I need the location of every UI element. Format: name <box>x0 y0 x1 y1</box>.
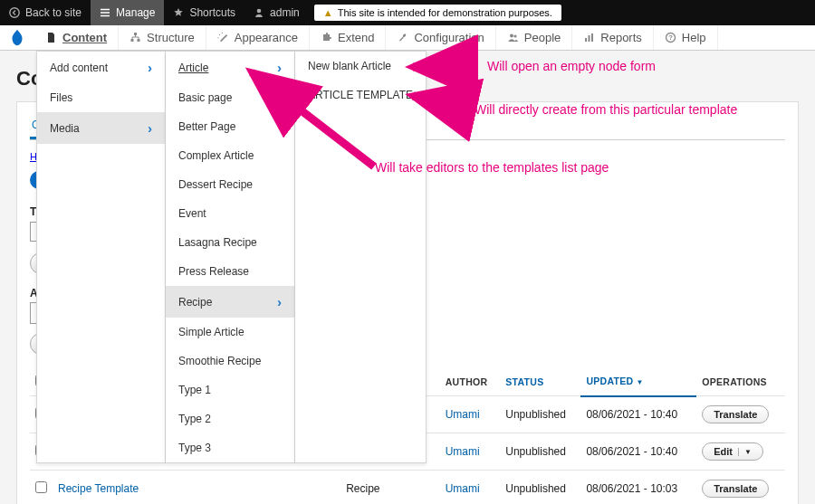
row-status: Unpublished <box>500 396 580 433</box>
row-op-button[interactable]: Translate <box>702 480 769 498</box>
type-type1[interactable]: Type 1 <box>166 376 294 404</box>
svg-point-6 <box>513 34 516 37</box>
banner-text: This site is intended for demonstration … <box>338 7 552 18</box>
puzzle-icon <box>321 32 332 43</box>
sort-desc-icon: ▼ <box>636 378 643 386</box>
row-author-link[interactable]: Umami <box>446 482 480 495</box>
menu-content[interactable]: Content <box>34 25 119 50</box>
type-event[interactable]: Event <box>166 199 294 228</box>
admin-menu: Content Structure Appearance Extend Conf… <box>0 25 815 51</box>
menu-appearance[interactable]: Appearance <box>206 25 310 50</box>
file-icon <box>45 32 57 43</box>
back-label: Back to site <box>25 6 82 19</box>
media-row[interactable]: Media <box>37 112 165 144</box>
menu-configuration-label: Configuration <box>414 31 484 44</box>
menu-extend[interactable]: Extend <box>310 25 386 50</box>
demo-banner: ▲ This site is intended for demonstratio… <box>314 5 561 21</box>
annotation-text-2: Will directly create from this particula… <box>475 101 737 119</box>
svg-rect-8 <box>589 35 590 42</box>
menu-structure-label: Structure <box>147 31 195 44</box>
menu-extend-label: Extend <box>338 31 374 44</box>
wand-icon <box>217 32 229 43</box>
row-author-link[interactable]: Umami <box>446 445 480 458</box>
menu-appearance-label: Appearance <box>235 31 298 44</box>
row-updated: 08/06/2021 - 10:40 <box>580 396 696 433</box>
shortcuts[interactable]: Shortcuts <box>164 0 244 25</box>
svg-rect-2 <box>134 33 137 35</box>
row-type: Recipe <box>340 471 440 505</box>
shortcuts-label: Shortcuts <box>189 6 235 19</box>
hamburger-icon <box>100 7 110 18</box>
svg-point-0 <box>10 8 19 17</box>
structure-icon <box>129 32 141 43</box>
row-op-button[interactable]: Edit▼ <box>702 442 763 461</box>
drupal-logo[interactable] <box>7 28 27 51</box>
manage-label: Manage <box>116 6 155 19</box>
menu-reports-label: Reports <box>600 31 642 44</box>
menu-people-label: People <box>524 31 561 44</box>
type-smoothie-recipe[interactable]: Smoothie Recipe <box>166 347 294 376</box>
manage-toggle[interactable]: Manage <box>91 0 164 25</box>
menu-structure[interactable]: Structure <box>119 25 206 50</box>
menu-reports[interactable]: Reports <box>572 25 654 50</box>
svg-rect-4 <box>138 39 140 42</box>
row-status: Unpublished <box>500 471 580 505</box>
row-op-button[interactable]: Translate <box>702 405 769 423</box>
svg-rect-3 <box>131 39 134 42</box>
table-row: Recipe Template Recipe Umami Unpublished… <box>30 471 785 505</box>
back-icon <box>9 7 20 18</box>
type-press-release[interactable]: Press Release <box>166 257 294 286</box>
people-icon <box>507 32 519 43</box>
drupal-icon <box>7 28 27 48</box>
svg-text:?: ? <box>668 33 673 42</box>
type-lasagna-recipe[interactable]: Lasagna Recipe <box>166 228 294 257</box>
annotation-text-1: Will open an empty node form <box>487 58 656 75</box>
wrench-icon <box>397 32 408 43</box>
th-author: AUTHOR <box>440 367 501 396</box>
user-icon <box>254 7 264 18</box>
annotation-arrow-3 <box>243 67 379 178</box>
user-label: admin <box>270 6 300 19</box>
toolbar: Back to site Manage Shortcuts admin ▲ Th… <box>0 0 815 25</box>
annotation-text-3: Will take editors to the templates list … <box>375 159 609 176</box>
user-menu[interactable]: admin <box>244 0 309 25</box>
row-updated: 08/06/2021 - 10:03 <box>580 471 696 505</box>
menu-help[interactable]: ? Help <box>654 25 718 50</box>
back-to-site[interactable]: Back to site <box>0 0 91 25</box>
type-type3[interactable]: Type 3 <box>166 433 294 462</box>
star-icon <box>173 7 184 18</box>
svg-rect-9 <box>591 33 593 42</box>
svg-point-5 <box>510 34 513 38</box>
files-row[interactable]: Files <box>37 83 165 112</box>
menu-configuration[interactable]: Configuration <box>386 25 495 50</box>
th-ops: OPERATIONS <box>696 367 785 396</box>
svg-rect-7 <box>585 38 587 42</box>
row-author-link[interactable]: Umami <box>446 408 480 421</box>
row-title-link[interactable]: Recipe Template <box>58 482 139 495</box>
annotation-arrow-2 <box>408 89 471 119</box>
dropdown-caret-icon[interactable]: ▼ <box>738 448 752 456</box>
svg-line-13 <box>413 96 469 109</box>
type-type2[interactable]: Type 2 <box>166 404 294 433</box>
row-status: Unpublished <box>500 433 580 471</box>
type-recipe[interactable]: Recipe <box>166 286 294 318</box>
type-simple-article[interactable]: Simple Article <box>166 318 294 347</box>
th-updated[interactable]: UPDATED▼ <box>580 367 696 396</box>
warning-icon: ▲ <box>323 7 333 18</box>
svg-point-1 <box>257 9 262 14</box>
menu-content-label: Content <box>62 31 107 44</box>
flyout-col-1: Add content Files Media <box>36 51 166 463</box>
annotation-arrow-1 <box>408 54 480 82</box>
chart-icon <box>583 32 595 43</box>
help-icon: ? <box>665 32 676 43</box>
add-content-row[interactable]: Add content <box>37 52 165 83</box>
svg-line-14 <box>252 72 374 166</box>
menu-people[interactable]: People <box>496 25 572 50</box>
menu-help-label: Help <box>682 31 706 44</box>
row-checkbox[interactable] <box>35 481 47 493</box>
th-status[interactable]: STATUS <box>500 367 580 396</box>
row-updated: 08/06/2021 - 10:40 <box>580 433 696 471</box>
